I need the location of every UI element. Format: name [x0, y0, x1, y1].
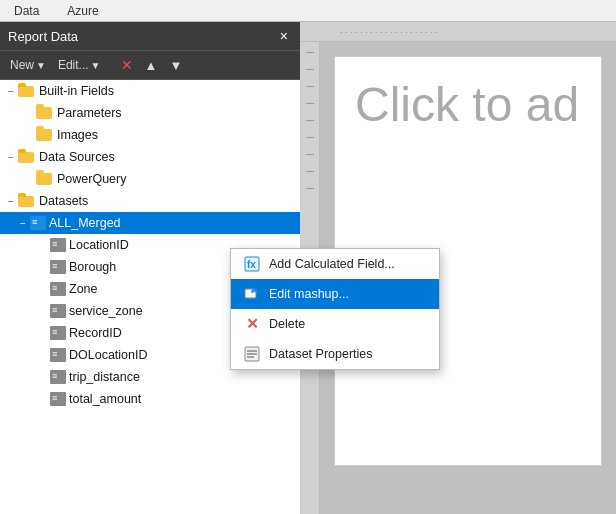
context-menu: fx Add Calculated Field... Edit mashup..… [230, 248, 440, 370]
tree-label: PowerQuery [57, 172, 126, 186]
context-menu-dataset-props[interactable]: Dataset Properties [231, 339, 439, 369]
tree-label: ALL_Merged [49, 216, 121, 230]
tree-label: total_amount [69, 392, 141, 406]
tree-label: Borough [69, 260, 116, 274]
panel-header: Report Data × [0, 22, 300, 51]
field-icon [50, 282, 66, 296]
move-down-button[interactable]: ▼ [165, 56, 186, 75]
folder-open-icon [18, 150, 36, 164]
ruler-tick [306, 103, 314, 104]
panel-toolbar: New ▼ Edit... ▼ ✕ ▲ ▼ [0, 51, 300, 80]
move-up-button[interactable]: ▲ [141, 56, 162, 75]
ruler-tick [306, 154, 314, 155]
folder-icon [36, 172, 54, 186]
tree-label: trip_distance [69, 370, 140, 384]
tree-item-total-amount[interactable]: total_amount [0, 388, 300, 410]
tree-label: Parameters [57, 106, 122, 120]
click-to-add-text: Click to ad [355, 77, 579, 132]
menu-azure[interactable]: Azure [53, 0, 112, 21]
top-menu-bar: Data Azure [0, 0, 616, 22]
tree-label: Data Sources [39, 150, 115, 164]
tree-item-powerquery[interactable]: PowerQuery [0, 168, 300, 190]
folder-open-icon [18, 194, 36, 208]
expand-icon: − [4, 196, 18, 207]
calc-icon: fx [243, 255, 261, 273]
tree-label: Images [57, 128, 98, 142]
context-menu-label: Dataset Properties [269, 347, 373, 361]
context-menu-label: Edit mashup... [269, 287, 349, 301]
expand-icon: − [4, 86, 18, 97]
ruler-marks: · · · · · · · · · · · · · · · · · · · · [340, 27, 438, 37]
panel-close-button[interactable]: × [276, 28, 292, 44]
context-menu-label: Add Calculated Field... [269, 257, 395, 271]
expand-icon: − [16, 218, 30, 229]
tree-label: service_zone [69, 304, 143, 318]
tree-label: DOLocationID [69, 348, 148, 362]
tree-item-images[interactable]: Images [0, 124, 300, 146]
field-icon [50, 392, 66, 406]
field-icon [50, 348, 66, 362]
ruler-tick [306, 171, 314, 172]
delete-icon: ✕ [121, 57, 133, 73]
ruler-tick [306, 120, 314, 121]
down-icon: ▼ [169, 58, 182, 73]
tree-item-datasources[interactable]: − Data Sources [0, 146, 300, 168]
new-button[interactable]: New ▼ [6, 56, 50, 74]
edit-icon [243, 285, 261, 303]
field-icon [50, 326, 66, 340]
context-menu-label: Delete [269, 317, 305, 331]
delete-toolbar-button[interactable]: ✕ [117, 55, 137, 75]
up-icon: ▲ [145, 58, 158, 73]
delete-icon: ✕ [243, 315, 261, 333]
menu-data[interactable]: Data [0, 0, 53, 21]
expand-icon: − [4, 152, 18, 163]
ruler-tick [306, 52, 314, 53]
svg-text:fx: fx [247, 259, 256, 270]
tree-item-datasets[interactable]: − Datasets [0, 190, 300, 212]
ruler-tick [306, 188, 314, 189]
edit-button[interactable]: Edit... ▼ [54, 56, 105, 74]
ruler-tick [306, 137, 314, 138]
tree-label: Zone [69, 282, 98, 296]
dataset-icon [30, 216, 46, 230]
context-menu-edit-mashup[interactable]: Edit mashup... [231, 279, 439, 309]
tree-item-all-merged[interactable]: − ALL_Merged [0, 212, 300, 234]
horizontal-ruler: · · · · · · · · · · · · · · · · · · · · [300, 22, 616, 42]
context-menu-delete[interactable]: ✕ Delete [231, 309, 439, 339]
main-layout: Report Data × New ▼ Edit... ▼ ✕ ▲ ▼ [0, 22, 616, 514]
tree-label: RecordID [69, 326, 122, 340]
panel-title: Report Data [8, 29, 78, 44]
ruler-tick [306, 69, 314, 70]
field-icon [50, 238, 66, 252]
folder-open-icon [18, 84, 36, 98]
tree-label: Built-in Fields [39, 84, 114, 98]
context-menu-add-calculated[interactable]: fx Add Calculated Field... [231, 249, 439, 279]
folder-icon [36, 106, 54, 120]
edit-arrow-icon: ▼ [91, 60, 101, 71]
tree-item-builtin[interactable]: − Built-in Fields [0, 80, 300, 102]
field-icon [50, 370, 66, 384]
field-icon [50, 260, 66, 274]
tree-label: Datasets [39, 194, 88, 208]
tree-item-parameters[interactable]: Parameters [0, 102, 300, 124]
new-arrow-icon: ▼ [36, 60, 46, 71]
folder-icon [36, 128, 54, 142]
props-icon [243, 345, 261, 363]
field-icon [50, 304, 66, 318]
tree-label: LocationID [69, 238, 129, 252]
ruler-tick [306, 86, 314, 87]
